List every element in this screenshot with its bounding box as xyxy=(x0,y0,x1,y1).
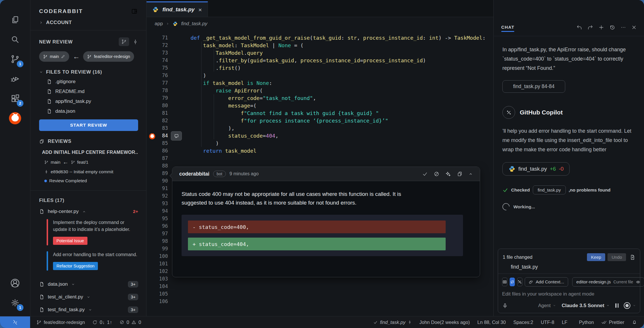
explorer-icon[interactable] xyxy=(8,13,22,27)
undo-button[interactable]: Undo xyxy=(608,253,626,261)
add-context-button[interactable]: Add Context... xyxy=(525,277,568,287)
new-chat-icon[interactable] xyxy=(599,25,604,30)
active-file-status[interactable]: find_task.py xyxy=(373,320,412,325)
file-reference-pill[interactable]: find_task.py 84-84 xyxy=(502,80,565,93)
reviews-header[interactable]: REVIEWS xyxy=(39,139,138,144)
ignore-icon[interactable] xyxy=(434,171,439,177)
file-row[interactable]: data.json3+ xyxy=(39,281,138,287)
view-diff-icon[interactable] xyxy=(630,254,635,260)
bell-icon[interactable] xyxy=(632,320,637,325)
code-line[interactable]: 82 f"for process instance ‘{process_inst… xyxy=(147,117,493,124)
code-line[interactable]: 105 xyxy=(147,290,493,298)
files-to-review-header[interactable]: FILES TO REVIEW (16) xyxy=(39,69,138,75)
copy-icon[interactable] xyxy=(457,171,462,177)
code-line[interactable]: 78 raise ApiError( xyxy=(147,87,493,94)
mic-icon[interactable] xyxy=(502,303,508,309)
code-line[interactable]: 74 .filter_by(guid=task_guid, process_in… xyxy=(147,57,493,64)
chat-messages[interactable]: In app/find_task.py, the ApiError raise,… xyxy=(494,36,644,246)
indentation[interactable]: Spaces:2 xyxy=(513,320,533,325)
branch-status[interactable]: feat/editor-redesign xyxy=(36,320,85,325)
formatter-status[interactable]: Prettier xyxy=(601,320,624,325)
keep-button[interactable]: Keep xyxy=(587,253,605,261)
review-commit[interactable]: e89d630 -- Initial empty commit xyxy=(39,169,138,174)
account-section-header[interactable]: ACCOUNT xyxy=(30,19,146,30)
code-line[interactable]: 72 task_model: TaskModel | None = ( xyxy=(147,41,493,49)
encoding[interactable]: UTF-8 xyxy=(541,320,554,325)
edit-pencil-icon[interactable] xyxy=(61,54,65,59)
code-line[interactable]: 106 xyxy=(147,298,493,305)
pause-button[interactable] xyxy=(615,303,619,308)
model-selector[interactable]: Claude 3.5 Sonnet xyxy=(562,303,610,309)
code-line[interactable]: 71def _get_task_model_from_guid_or_raise… xyxy=(147,34,493,41)
send-record-button[interactable] xyxy=(624,302,630,309)
review-item[interactable]: ADD INITIAL HELP CENTRE FRAMEWOR... xyxy=(39,150,138,155)
sync-status[interactable]: 0↓1↑ xyxy=(92,320,112,325)
start-review-button[interactable]: START REVIEW xyxy=(39,119,138,131)
code-line[interactable]: 83 ), xyxy=(147,124,493,132)
file-to-review[interactable]: .gitignore xyxy=(39,79,138,85)
redo-icon[interactable] xyxy=(588,25,593,30)
code-line[interactable]: 76 ) xyxy=(147,72,493,79)
current-file-pill[interactable]: editor-redesign.js Current file xyxy=(572,277,644,287)
problems-status[interactable]: 0 0 xyxy=(120,320,141,325)
code-line[interactable]: 81 f"Cannot find a task with guid {task_… xyxy=(147,109,493,117)
coderabbit-marker-icon[interactable] xyxy=(149,133,155,140)
chat-tab[interactable]: CHAT xyxy=(501,25,514,32)
agent-loop-icon[interactable] xyxy=(510,278,515,286)
mode-selector[interactable]: Agent xyxy=(538,303,556,308)
code-line[interactable]: 73 TaskModel.query xyxy=(147,49,493,57)
code-line[interactable]: 87 xyxy=(147,154,493,162)
file-to-review[interactable]: data.json xyxy=(39,108,138,114)
cursor-position[interactable]: Ln 88, Col 30 xyxy=(477,320,506,325)
more-icon[interactable] xyxy=(621,25,626,30)
commit-icon[interactable] xyxy=(133,39,138,45)
breadcrumb-file[interactable]: find_task.py xyxy=(181,21,207,27)
file-row-expanded[interactable]: help-center.py 2+ xyxy=(39,209,138,214)
eol[interactable]: LF xyxy=(562,320,567,325)
code-line[interactable]: 104 xyxy=(147,283,493,290)
code-line[interactable]: 79 error_code="task_not_found", xyxy=(147,94,493,102)
code-line[interactable]: 75 .first() xyxy=(147,64,493,72)
issue-card[interactable]: Implement the deploy command or update i… xyxy=(47,217,138,249)
close-icon[interactable] xyxy=(632,25,636,30)
code-line[interactable]: 80 message=( xyxy=(147,102,493,109)
tab-find-task[interactable]: find_task.py × xyxy=(147,1,208,17)
run-debug-icon[interactable] xyxy=(8,72,22,86)
undo-icon[interactable] xyxy=(577,25,582,30)
code-line[interactable]: 84 status_code=404, xyxy=(147,132,493,139)
base-branch-pill[interactable]: main xyxy=(39,51,69,62)
code-editor[interactable]: 71def _get_task_model_from_guid_or_raise… xyxy=(147,30,493,316)
remote-indicator[interactable] xyxy=(0,316,30,328)
prompt-library-icon[interactable] xyxy=(502,278,507,286)
breadcrumb[interactable]: app find_task.py xyxy=(147,17,493,30)
code-line[interactable]: 85 ) xyxy=(147,139,493,147)
close-tab-icon[interactable]: × xyxy=(198,7,202,13)
history-icon[interactable] xyxy=(610,25,615,30)
file-to-review[interactable]: README.md xyxy=(39,89,138,94)
file-to-review[interactable]: app/find_task.py xyxy=(39,99,138,104)
ai-sparkle-icon[interactable] xyxy=(445,171,451,177)
compare-branch-pill[interactable]: feat/editor-redesign xyxy=(83,51,134,62)
search-icon[interactable] xyxy=(8,32,22,46)
source-control-icon[interactable]: 1 xyxy=(8,52,22,66)
account-icon[interactable] xyxy=(8,276,22,290)
changed-file-pill[interactable]: find_task.py +6 -0 xyxy=(502,162,570,176)
open-panel-icon[interactable] xyxy=(131,8,138,14)
git-blame[interactable]: John Doe(2 weeks ago) xyxy=(419,320,470,325)
coderabbit-icon[interactable] xyxy=(8,111,22,125)
issue-card[interactable]: Add error handling to the start command.… xyxy=(47,249,138,275)
resolve-check-icon[interactable] xyxy=(422,171,428,177)
compare-branches-icon[interactable] xyxy=(119,37,129,46)
chevron-down-icon[interactable] xyxy=(633,304,636,307)
extensions-icon[interactable]: 2 xyxy=(8,92,22,105)
settings-gear-icon[interactable]: 1 xyxy=(8,296,22,310)
code-line[interactable]: 86 return task_model xyxy=(147,147,493,154)
code-line[interactable]: 77 if task_model is None: xyxy=(147,79,493,87)
file-row[interactable]: test_ai_client.py3+ xyxy=(39,294,138,300)
file-row[interactable]: test_find_task.py3+ xyxy=(39,307,138,313)
tools-icon[interactable] xyxy=(517,278,522,286)
collapse-icon[interactable] xyxy=(469,172,473,176)
breadcrumb-folder[interactable]: app xyxy=(155,21,163,27)
checked-file-pill[interactable]: find_task.py xyxy=(533,185,566,194)
changed-file-entry[interactable]: find_task.py xyxy=(503,264,635,270)
